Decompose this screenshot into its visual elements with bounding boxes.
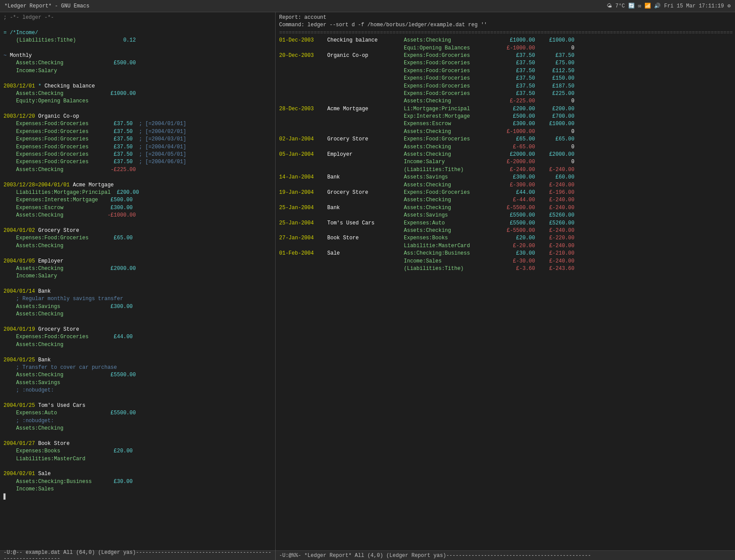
blank-8 <box>4 280 272 288</box>
entry-date: 01-Dec-2003 <box>279 37 327 44</box>
entry-account: Liabilitie:MasterCard <box>404 242 496 250</box>
entry-account: Assets:Checking <box>404 151 496 158</box>
entry-account: Assets:Checking <box>404 227 496 234</box>
entry-running: 0 <box>535 98 574 105</box>
entry-account: Assets:Checking <box>404 196 496 204</box>
entry-payee <box>327 75 404 82</box>
entry-account: Expens:Food:Groceries <box>404 189 496 196</box>
left-pane[interactable]: ; -*- ledger -*- = /*Income/ (Liabilitie… <box>0 12 276 550</box>
entry-account: (Liabilities:Tithe) <box>404 166 496 174</box>
comment-nobudget-2: ; :nobudget: <box>4 417 272 425</box>
account-checking-bare1: Assets:Checking <box>4 242 272 250</box>
entry-payee <box>327 158 404 166</box>
settings-icon[interactable]: ⚙ <box>728 3 731 9</box>
entry-date <box>279 98 327 105</box>
entry-amount: £-44.00 <box>496 196 535 204</box>
account-checking-bare2: Assets:Checking <box>4 311 272 318</box>
entry-amount: £-2000.00 <box>496 158 535 166</box>
entry-running: £-240.00 <box>535 182 574 189</box>
report-row: 28-Dec-2003Acme MortgageLi:Mortgage:Prin… <box>279 105 732 113</box>
entry-running: £1000.00 <box>535 37 574 44</box>
entry-payee: Checking balance <box>327 37 404 44</box>
blank-4 <box>4 105 272 113</box>
entry-running: £5260.00 <box>535 212 574 219</box>
entry-amount: £-3.60 <box>496 265 535 273</box>
account-checking-500: Assets:Checking £500.00 <box>4 60 272 67</box>
entry-amount: £-1000.00 <box>496 45 535 52</box>
entry-payee <box>327 242 404 250</box>
entry-date <box>279 212 327 219</box>
account-checking-bare4: Assets:Checking <box>4 425 272 432</box>
entry-running: £-240.00 <box>535 242 574 250</box>
entry-date: 25-Jan-2004 <box>279 220 327 227</box>
entry-account: Assets:Checking <box>404 144 496 151</box>
entry-running: £75.00 <box>535 60 574 67</box>
entry-amount: £65.00 <box>496 136 535 143</box>
entry-amount: £200.00 <box>496 105 535 113</box>
report-row: Expens:Food:Groceries£37.50£112.50 <box>279 67 732 75</box>
entry-payee <box>327 166 404 174</box>
account-mortgage-principal: Liabilities:Mortgage:Principal £200.00 <box>4 189 272 196</box>
entry-running: £1000.00 <box>535 120 574 128</box>
entry-amount: £-30.00 <box>496 258 535 265</box>
entry-running: £-240.00 <box>535 166 574 174</box>
entry-payee: Bank <box>327 204 404 212</box>
entry-amount: £-1000.00 <box>496 128 535 136</box>
entry-date: 02-Jan-2004 <box>279 136 327 143</box>
entry-amount: £44.00 <box>496 189 535 196</box>
account-groceries-2: Expenses:Food:Groceries £37.50 ; [=2004/… <box>4 128 272 136</box>
left-blank-1 <box>4 21 272 29</box>
entry-account: Income:Sales <box>404 258 496 265</box>
entry-date: 20-Dec-2003 <box>279 52 327 60</box>
entry-payee <box>327 196 404 204</box>
entry-running: 0 <box>535 128 574 136</box>
entry-payee <box>327 128 404 136</box>
entry-date <box>279 120 327 128</box>
entry-date: 05-Jan-2004 <box>279 151 327 158</box>
report-row: 25-Jan-2004Tom's Used CarsExpenses:Auto£… <box>279 220 732 227</box>
entry-amount: £-300.00 <box>496 182 535 189</box>
entry-payee: Employer <box>327 151 404 158</box>
entry-amount: £300.00 <box>496 174 535 181</box>
account-groceries-44: Expenses:Food:Groceries £44.00 <box>4 333 272 341</box>
entry-date <box>279 242 327 250</box>
entry-running: £37.50 <box>535 52 574 60</box>
txn-grocery-0119: 2004/01/19 Grocery Store <box>4 326 272 333</box>
entry-date <box>279 60 327 67</box>
txn-employer: 2004/01/05 Employer <box>4 258 272 265</box>
entry-date: 25-Jan-2004 <box>279 204 327 212</box>
account-mastercard: Liabilities:MasterCard <box>4 455 272 463</box>
blank-13 <box>4 463 272 470</box>
account-savings-bare: Assets:Savings <box>4 379 272 387</box>
entry-account: Expenses:Auto <box>404 220 496 227</box>
entry-running: £65.00 <box>535 136 574 143</box>
entry-date <box>279 83 327 90</box>
account-escrow: Expenses:Escrow £300.00 <box>4 204 272 212</box>
account-checking-5500: Assets:Checking £5500.00 <box>4 371 272 379</box>
entry-running: £-243.60 <box>535 265 574 273</box>
report-row: Assets:Checking£-225.000 <box>279 98 732 105</box>
account-equity: Equity:Opening Balances <box>4 98 272 105</box>
report-row: 25-Jan-2004BankAssets:Checking£-5500.00£… <box>279 204 732 212</box>
comment-nobudget-1: ; :nobudget: <box>4 387 272 394</box>
report-entries: 01-Dec-2003Checking balanceAssets:Checki… <box>279 37 732 273</box>
entry-account: Expens:Food:Groceries <box>404 67 496 75</box>
entry-running: £-240.00 <box>535 204 574 212</box>
entry-payee <box>327 60 404 67</box>
entry-amount: £-5500.00 <box>496 227 535 234</box>
txn-bookstore: 2004/01/27 Book Store <box>4 440 272 448</box>
report-row: 01-Feb-2004SaleAss:Checking:Business£30.… <box>279 250 732 257</box>
entry-account: Exp:Interest:Mortgage <box>404 113 496 120</box>
entry-payee: Book Store <box>327 234 404 242</box>
entry-date: 27-Jan-2004 <box>279 234 327 242</box>
entry-account: Assets:Checking <box>404 98 496 105</box>
entry-running: £60.00 <box>535 174 574 181</box>
report-row: Expens:Food:Groceries£37.50£225.00 <box>279 90 732 98</box>
account-checking-1000: Assets:Checking £1000.00 <box>4 90 272 98</box>
txn-20031220: 2003/12/20 Organic Co-op <box>4 113 272 120</box>
entry-amount: £30.00 <box>496 250 535 257</box>
report-row: Expenses:Escrow£300.00£1000.00 <box>279 120 732 128</box>
entry-amount: £500.00 <box>496 113 535 120</box>
entry-date <box>279 265 327 273</box>
entry-date <box>279 166 327 174</box>
